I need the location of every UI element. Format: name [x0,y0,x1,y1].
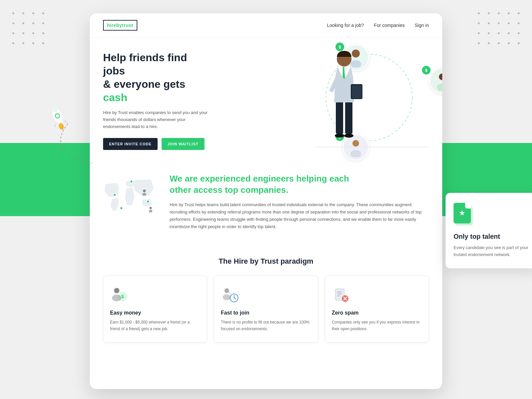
svg-point-62 [114,288,119,293]
svg-point-23 [42,12,44,14]
svg-point-67 [223,294,231,300]
fast-join-title: Fast to join [221,310,311,316]
hero-section: Help friends find jobs & everyone gets c… [90,38,442,157]
world-map [103,173,156,226]
logo[interactable]: hirebytrust [103,20,137,31]
talent-title: Only top talent [454,233,531,240]
navbar: hirebytrust Looking for a job? For compa… [90,13,442,38]
svg-point-60 [150,207,152,209]
hero-subtitle: Hire by Trust enables companies to send … [103,109,209,130]
nav-signin-link[interactable]: Sign in [415,23,429,28]
svg-point-34 [32,42,34,44]
svg-point-17 [498,42,500,44]
svg-point-10 [478,32,480,34]
main-person [323,48,366,142]
zero-spam-title: Zero spam [332,310,422,316]
svg-point-16 [488,42,490,44]
svg-point-7 [498,22,500,24]
svg-point-33 [22,42,24,44]
map-person-1 [142,189,147,196]
nav-links: Looking for a job? For companies Sign in [327,23,429,28]
svg-point-57 [344,134,353,138]
svg-point-27 [42,22,44,24]
logo-hire: hire [107,23,116,28]
fast-join-card: Fast to join There is no profile to fill… [214,276,318,342]
svg-point-56 [335,134,344,138]
join-waitlist-button[interactable]: JOIN WAITLIST [162,138,204,150]
hero-title-line1: Help friends find jobs [103,52,187,77]
svg-rect-55 [352,85,361,98]
hero-title: Help friends find jobs & everyone gets c… [103,51,209,104]
svg-point-14 [518,32,520,34]
svg-point-11 [488,32,490,34]
hero-title-line2: & everyone gets [103,78,185,90]
svg-point-19 [518,42,520,44]
svg-point-47 [439,73,442,80]
svg-point-50 [350,150,361,157]
svg-text:$: $ [121,294,124,299]
about-section: We are experienced engineers helping eac… [90,157,442,247]
easy-money-card: $ Easy money Earn $1,000 - $5,000 whenev… [103,276,207,342]
nav-job-link[interactable]: Looking for a job? [327,23,364,28]
fast-join-icon [221,286,239,305]
svg-point-15 [478,42,480,44]
zero-spam-desc: Companies only see you if you express in… [332,319,422,332]
about-title-line2: other access top companies. [170,185,288,195]
top-talent-card: Only top talent Every candidate you see … [446,193,532,268]
svg-point-25 [22,22,24,24]
svg-point-13 [508,32,510,34]
svg-point-35 [42,42,44,44]
about-title: We are experienced engineers helping eac… [170,173,429,196]
svg-point-58 [143,190,146,192]
svg-point-6 [488,22,490,24]
svg-line-70 [234,298,236,299]
easy-money-icon: $ [110,286,129,305]
logo-by: by [116,23,122,28]
svg-point-8 [508,22,510,24]
hero-text: Help friends find jobs & everyone gets c… [103,51,209,150]
svg-point-9 [518,22,520,24]
svg-point-4 [518,12,520,14]
svg-point-66 [224,288,229,293]
nav-companies-link[interactable]: For companies [374,23,405,28]
svg-point-29 [22,32,24,34]
svg-rect-52 [336,101,343,134]
svg-point-0 [478,12,480,14]
paradigm-cards: $ Easy money Earn $1,000 - $5,000 whenev… [103,276,429,342]
svg-point-3 [508,12,510,14]
talent-document-icon [454,203,473,227]
svg-point-2 [498,12,500,14]
svg-point-61 [149,210,153,212]
svg-point-31 [42,32,44,34]
doc-icon [454,203,471,223]
browser-window: hirebytrust Looking for a job? For compa… [90,13,442,389]
svg-point-24 [12,22,14,24]
svg-point-20 [12,12,14,14]
paradigm-section: The Hire by Trust paradigm $ Easy money … [90,247,442,352]
hero-buttons: ENTER INVITE CODE JOIN WAITLIST [103,138,209,150]
svg-point-26 [32,22,34,24]
svg-rect-53 [345,101,352,134]
enter-invite-button[interactable]: ENTER INVITE CODE [103,138,158,150]
hero-title-green: cash [103,91,127,103]
fast-join-desc: There is no profile to fill out because … [221,319,311,332]
dollar-badge-2: $ [422,66,431,74]
svg-point-48 [437,83,442,91]
easy-money-title: Easy money [110,310,200,316]
rocket-decoration [44,100,73,135]
zero-spam-icon [332,286,350,305]
svg-point-1 [488,12,490,14]
about-title-line1: We are experienced engineers helping eac… [170,174,349,184]
svg-point-59 [142,193,146,196]
svg-point-32 [12,42,14,44]
zero-spam-card: Zero spam Companies only see you if you … [325,276,429,342]
talent-description: Every candidate you see is part of your … [454,244,531,258]
svg-point-22 [32,12,34,14]
svg-point-5 [478,22,480,24]
map-person-2 [148,206,153,212]
svg-point-28 [12,32,14,34]
svg-point-21 [22,12,24,14]
about-description: Hire by Trust helps teams build talent c… [170,201,429,230]
paradigm-title: The Hire by Trust paradigm [103,257,429,266]
svg-point-30 [32,32,34,34]
